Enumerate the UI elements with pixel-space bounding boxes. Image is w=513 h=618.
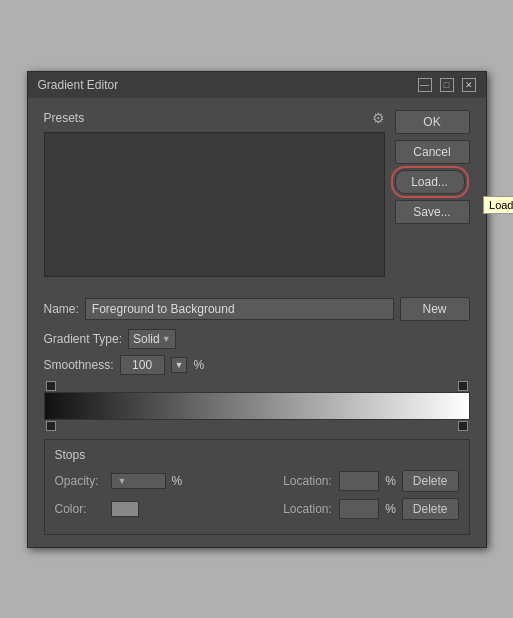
opacity-percent: %: [172, 474, 183, 488]
gradient-type-select[interactable]: Solid ▼: [128, 329, 176, 349]
stop-marker-top-right[interactable]: [458, 381, 468, 391]
opacity-location-label: Location:: [283, 474, 333, 488]
new-button[interactable]: New: [400, 297, 470, 321]
name-label: Name:: [44, 302, 79, 316]
presets-buttons-col: OK Cancel Load... Load Save...: [395, 110, 470, 287]
color-location-percent: %: [385, 502, 396, 516]
color-row: Color: Location: % Delete: [55, 498, 459, 520]
stop-marker-top-left[interactable]: [46, 381, 56, 391]
gradient-bar-container: [44, 381, 470, 431]
gradient-bar[interactable]: [44, 392, 470, 420]
name-input[interactable]: [85, 298, 394, 320]
presets-area[interactable]: [44, 132, 385, 277]
presets-label: Presets: [44, 111, 85, 125]
cancel-button[interactable]: Cancel: [395, 140, 470, 164]
name-row: Name: New: [44, 297, 470, 321]
color-location-label: Location:: [283, 502, 333, 516]
gradient-type-row: Gradient Type: Solid ▼: [44, 329, 470, 349]
color-location-input[interactable]: [339, 499, 379, 519]
gear-icon[interactable]: ⚙: [372, 110, 385, 126]
dialog-body: Presets ⚙ OK Cancel Load... Load Save...…: [28, 98, 486, 547]
stops-title: Stops: [55, 448, 459, 462]
gradient-editor-dialog: Gradient Editor — □ ✕ Presets ⚙ OK Cance…: [27, 71, 487, 548]
stop-marker-bottom-left[interactable]: [46, 421, 56, 431]
color-delete-button[interactable]: Delete: [402, 498, 459, 520]
maximize-button[interactable]: □: [440, 78, 454, 92]
load-tooltip: Load: [483, 196, 513, 214]
opacity-location-percent: %: [385, 474, 396, 488]
close-button[interactable]: ✕: [462, 78, 476, 92]
opacity-select-arrow: ▼: [118, 476, 127, 486]
stops-section: Stops Opacity: ▼ % Location: % Delete Co…: [44, 439, 470, 535]
smoothness-label: Smoothness:: [44, 358, 114, 372]
opacity-location-input[interactable]: [339, 471, 379, 491]
title-bar-controls: — □ ✕: [418, 78, 476, 92]
gradient-stops-top: [44, 381, 470, 391]
title-bar: Gradient Editor — □ ✕: [28, 72, 486, 98]
color-label: Color:: [55, 502, 105, 516]
presets-section: Presets ⚙ OK Cancel Load... Load Save...: [44, 110, 470, 287]
opacity-select[interactable]: ▼: [111, 473, 166, 489]
stop-marker-bottom-right[interactable]: [458, 421, 468, 431]
opacity-label: Opacity:: [55, 474, 105, 488]
opacity-delete-button[interactable]: Delete: [402, 470, 459, 492]
gradient-stops-bottom: [44, 421, 470, 431]
color-swatch[interactable]: [111, 501, 139, 517]
presets-panel: Presets ⚙: [44, 110, 385, 287]
presets-header: Presets ⚙: [44, 110, 385, 126]
dialog-title: Gradient Editor: [38, 78, 119, 92]
smoothness-input[interactable]: [120, 355, 165, 375]
gradient-type-arrow: ▼: [162, 334, 171, 344]
load-button[interactable]: Load...: [395, 170, 465, 194]
ok-button[interactable]: OK: [395, 110, 470, 134]
smoothness-row: Smoothness: ▼ %: [44, 355, 470, 375]
smoothness-percent: %: [193, 358, 204, 372]
smoothness-arrow[interactable]: ▼: [171, 357, 188, 373]
save-button[interactable]: Save...: [395, 200, 470, 224]
minimize-button[interactable]: —: [418, 78, 432, 92]
gradient-type-label: Gradient Type:: [44, 332, 123, 346]
opacity-row: Opacity: ▼ % Location: % Delete: [55, 470, 459, 492]
gradient-type-value: Solid: [133, 332, 160, 346]
